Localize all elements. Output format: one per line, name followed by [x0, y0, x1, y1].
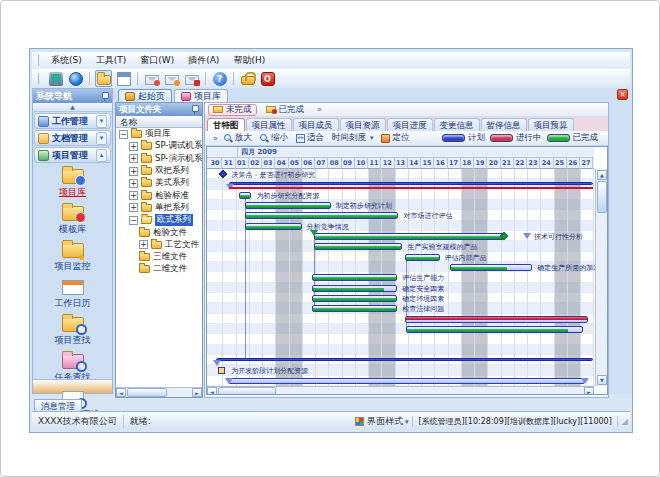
task-bar[interactable]: [406, 326, 582, 333]
toolbar-overflow-icon[interactable]: »: [213, 134, 218, 143]
filter-button-1[interactable]: 已完成: [261, 104, 310, 116]
gantt-tab-0[interactable]: 甘特图: [207, 118, 245, 131]
scroll-thumb[interactable]: [218, 387, 276, 395]
gantt-tab-4[interactable]: 项目进度: [387, 118, 433, 131]
in-progress-bar[interactable]: [405, 316, 588, 323]
close-tab-button[interactable]: ×: [617, 89, 628, 100]
task-bar[interactable]: [405, 254, 439, 261]
plan-bar[interactable]: [228, 378, 586, 384]
task-bar[interactable]: [314, 233, 505, 240]
gantt-tab-6[interactable]: 暂停信息: [481, 118, 527, 131]
nav-scroll-up[interactable]: ▲: [33, 103, 112, 112]
toolbar-button-globe[interactable]: [67, 70, 84, 87]
task-bar[interactable]: [312, 305, 397, 312]
chevron-down-icon[interactable]: ▾: [96, 132, 107, 145]
sidebar-item-1[interactable]: 模板库: [59, 203, 86, 236]
tree-node-7[interactable]: −欧式系列: [116, 214, 202, 226]
time-scale-dropdown[interactable]: 时间刻度: [330, 132, 376, 144]
nav-group-2[interactable]: 项目管理▴: [34, 147, 111, 163]
menubar-grip[interactable]: [36, 55, 39, 66]
filter-overflow-icon[interactable]: »: [317, 105, 322, 114]
tree-node-3[interactable]: +双把系列: [116, 165, 202, 177]
pin-icon[interactable]: [191, 105, 199, 114]
scroll-thumb[interactable]: [127, 388, 167, 397]
summary-bar[interactable]: [229, 182, 593, 185]
tree-node-8[interactable]: 检验文件: [116, 226, 202, 238]
tree-expander-icon[interactable]: +: [129, 191, 138, 200]
toolbar-button-monitor[interactable]: [47, 70, 64, 87]
tree-node-0[interactable]: −项目库: [116, 128, 202, 140]
toolbar-button-mail-send[interactable]: [163, 70, 180, 87]
sidebar-item-0[interactable]: 项目库: [59, 166, 86, 199]
tree-node-5[interactable]: +检验标准: [116, 189, 202, 201]
scroll-up-icon[interactable]: ▲: [597, 170, 607, 180]
doc-tab-0[interactable]: 起始页: [118, 89, 172, 102]
scroll-thumb[interactable]: [597, 181, 607, 213]
chevron-down-icon[interactable]: ▾: [96, 115, 107, 128]
task-bar[interactable]: [450, 264, 532, 271]
sidebar-item-4[interactable]: 项目查找: [55, 314, 91, 347]
zoom-in-button[interactable]: 放大: [222, 132, 254, 144]
doc-tab-1[interactable]: 项目库: [174, 89, 228, 102]
gantt-chart[interactable]: 四月 2009 30310102030405060708091011121314…: [206, 146, 608, 395]
filter-button-0[interactable]: 未完成: [208, 104, 257, 116]
zoom-out-button[interactable]: 缩小: [258, 132, 290, 144]
tree-expander-icon[interactable]: +: [129, 154, 138, 163]
toolbar-button-mail-alert[interactable]: [183, 70, 200, 87]
gantt-hscrollbar[interactable]: ◄ ►: [207, 386, 594, 395]
tree-node-2[interactable]: +SP-演示机系: [116, 153, 202, 165]
tree-node-1[interactable]: +SP-调试机系: [116, 140, 202, 152]
summary-bar[interactable]: [216, 358, 594, 361]
scroll-right-icon[interactable]: ►: [192, 388, 202, 397]
gantt-tab-5[interactable]: 变更信息: [434, 118, 480, 131]
gantt-tab-1[interactable]: 项目属性: [246, 118, 292, 131]
menu-item-0[interactable]: 系统(S): [44, 53, 89, 68]
task-bar[interactable]: [245, 212, 399, 219]
tree-node-6[interactable]: +单把系列: [116, 202, 202, 214]
toolbar-button-folder-open[interactable]: [95, 70, 112, 87]
locate-button[interactable]: 定位: [379, 132, 411, 144]
tree-expander-icon[interactable]: −: [119, 130, 128, 139]
task-bar[interactable]: [312, 285, 397, 292]
menu-item-3[interactable]: 插件(A): [181, 53, 226, 68]
scroll-left-icon[interactable]: ◄: [207, 387, 217, 395]
tree-expander-icon[interactable]: −: [129, 216, 138, 225]
menu-item-4[interactable]: 帮助(H): [226, 53, 272, 68]
ui-style-dropdown[interactable]: 界面样式: [355, 415, 409, 428]
fit-button[interactable]: 适合: [294, 132, 326, 144]
menu-item-2[interactable]: 窗口(W): [133, 53, 181, 68]
tree-expander-icon[interactable]: +: [129, 167, 138, 176]
scroll-down-icon[interactable]: ▼: [597, 375, 607, 385]
task-box-marker[interactable]: [218, 367, 225, 374]
toolbar-button-calendar-grid[interactable]: [115, 70, 132, 87]
tree-expander-icon[interactable]: +: [139, 240, 148, 249]
chevron-up-icon[interactable]: ▴: [96, 149, 107, 162]
task-bar[interactable]: [245, 202, 331, 209]
nav-group-1[interactable]: 文档管理▾: [34, 130, 111, 146]
scroll-left-icon[interactable]: ◄: [116, 388, 126, 397]
toolbar-button-shutdown[interactable]: [259, 70, 276, 87]
gantt-tab-2[interactable]: 项目成员: [293, 118, 339, 131]
task-bar[interactable]: [312, 274, 397, 281]
tree-expander-icon[interactable]: +: [129, 179, 138, 188]
menu-item-1[interactable]: 工具(T): [89, 53, 134, 68]
task-bar[interactable]: [312, 295, 397, 302]
tree-column-header[interactable]: 名称: [116, 116, 202, 128]
sidebar-item-3[interactable]: 工作日历: [55, 277, 91, 310]
toolbar-grip[interactable]: [36, 73, 39, 84]
tree-expander-icon[interactable]: +: [129, 203, 138, 212]
tree-expander-icon[interactable]: +: [129, 142, 138, 151]
nav-group-0[interactable]: 工作管理▾: [34, 113, 111, 129]
pin-icon[interactable]: [101, 92, 109, 101]
task-bar[interactable]: [239, 192, 251, 199]
tree-node-4[interactable]: +美式系列: [116, 177, 202, 189]
scroll-right-icon[interactable]: ►: [584, 387, 594, 395]
resize-grip-icon[interactable]: ◢: [622, 417, 630, 426]
tree-hscrollbar[interactable]: ◄ ►: [116, 387, 202, 397]
gantt-tab-3[interactable]: 项目资源: [340, 118, 386, 131]
gantt-vscrollbar[interactable]: ▲ ▼: [595, 169, 607, 386]
toolbar-button-lock[interactable]: [239, 70, 256, 87]
task-bar[interactable]: [314, 243, 403, 250]
tree-node-10[interactable]: 三维文件: [116, 251, 202, 263]
sidebar-item-2[interactable]: 项目监控: [55, 240, 91, 273]
